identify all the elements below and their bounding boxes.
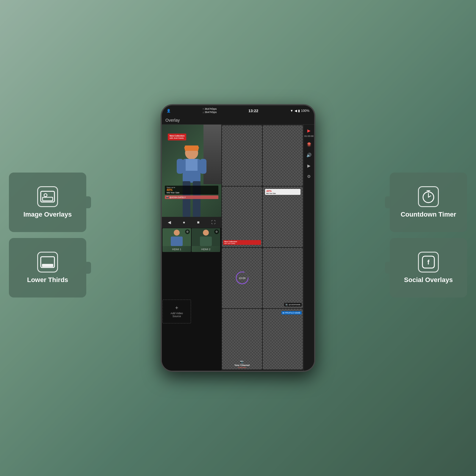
card-tab-left-countdown	[385, 196, 390, 208]
overlay-cell-2[interactable]	[263, 125, 303, 186]
thumb-hdmi1[interactable]: ⚙ HDMI 1	[162, 228, 191, 252]
username-overlay: 📷 @USERNAME	[284, 303, 302, 306]
fullscreen-button[interactable]: ⛶	[211, 220, 215, 225]
social-overlays-card[interactable]: f Social Overlays	[390, 238, 467, 298]
lower-thirds-card[interactable]: Lower Thirds	[9, 238, 86, 298]
svg-text:10:00: 10:00	[239, 277, 245, 280]
preview-banner: New Collection with Josh Gately	[168, 134, 186, 140]
svg-point-13	[203, 230, 209, 236]
image-overlays-card[interactable]: Image Overlays	[9, 173, 86, 232]
stop-button[interactable]: ■	[197, 220, 199, 225]
lower-thirds-svg	[40, 256, 55, 268]
overlay-cell-5[interactable]: 10:00	[222, 248, 262, 309]
battery-icon: ▮	[298, 109, 300, 113]
device-frame: 👤 ↑ 3647Kbps ↓ 3647Kbps 13:22 ▼ ◀ ▮ 100%…	[161, 104, 315, 372]
status-bar-right: ▼ ◀ ▮ 100%	[290, 109, 309, 113]
record-icon[interactable]: ▶	[305, 126, 313, 135]
overlay-label: Overlay	[165, 118, 180, 123]
app-content: New Collection with Josh Gately Save up …	[162, 125, 314, 371]
lower-third-overlay: New Collection with Josh Gately	[223, 240, 261, 245]
image-overlays-icon	[37, 186, 58, 207]
overlay-cell-6[interactable]: 📷 @USERNAME	[263, 248, 303, 309]
back-button[interactable]: ◀	[168, 220, 171, 225]
settings-icon[interactable]: ⚙	[305, 172, 313, 181]
card-tab-right-lower	[86, 262, 91, 274]
svg-marker-20	[307, 145, 311, 147]
signal-icon: ◀	[295, 109, 297, 113]
card-tab-right-image	[86, 196, 91, 208]
hdmi1-settings[interactable]: ⚙	[185, 229, 190, 234]
preview-panel: New Collection with Josh Gately Save up …	[162, 125, 221, 371]
right-sidebar: ▶ 01:00:00 🔊 ▶ ⚙	[303, 125, 314, 371]
upload-speed: ↑ 3647Kbps	[203, 107, 217, 111]
sale-tag-overlay: 40% Mid Year Sale	[265, 189, 300, 195]
svg-rect-30	[42, 264, 53, 267]
countdown-svg	[421, 189, 436, 204]
source-thumbnails: ⚙ HDMI 1 ⚙ HDMI 2	[162, 228, 221, 371]
overlay-grid: New Collection with Josh Gately 40% Mid …	[221, 125, 303, 371]
hdmi1-label: HDMI 1	[162, 248, 191, 251]
banner-line1: New Collection	[170, 134, 184, 137]
audio-icon[interactable]: 🔊	[305, 151, 313, 159]
add-source-label: Add VideoSource	[170, 312, 183, 318]
overlay-cell-4[interactable]: 40% Mid Year Sale	[263, 187, 303, 247]
status-bar: 👤 ↑ 3647Kbps ↓ 3647Kbps 13:22 ▼ ◀ ▮ 100%	[162, 105, 314, 116]
hdmi2-label: HDMI 2	[192, 248, 220, 251]
social-overlays-label: Social Overlays	[404, 276, 453, 284]
svg-rect-2	[185, 145, 198, 151]
download-speed: ↓ 3647Kbps	[203, 111, 217, 114]
overlay-cell-1[interactable]	[222, 125, 262, 186]
add-video-source[interactable]: + Add VideoSource	[162, 300, 191, 323]
record-button[interactable]: ●	[183, 220, 185, 225]
sale-banner: Save up to 40% Mid Year Sale	[165, 186, 218, 195]
banner-line2: with Josh Gately	[170, 137, 184, 140]
user-icon: 👤	[167, 109, 171, 113]
preview-bottom-overlays: Save up to 40% Mid Year Sale 📷 @JOSH.GAT…	[165, 186, 218, 199]
svg-point-10	[174, 230, 180, 236]
insta-handle: 📷 @JOSH.GATELY	[165, 195, 218, 199]
svg-rect-5	[200, 159, 206, 174]
battery-percent: 100%	[301, 109, 309, 112]
app-header: Overlay	[162, 116, 314, 125]
preview-image: New Collection with Josh Gately Save up …	[162, 125, 221, 217]
person-silhouette	[175, 143, 208, 217]
wifi-icon: ▼	[290, 109, 293, 112]
layers-svg	[306, 142, 312, 147]
channel-overlay: 📷 Your Channel Subscribe	[234, 360, 250, 368]
overlay-panel: New Collection with Josh Gately 40% Mid …	[221, 125, 303, 371]
status-bar-left: 👤	[167, 109, 171, 113]
record-time: 01:00:00	[304, 135, 314, 138]
thumb-hdmi2[interactable]: ⚙ HDMI 2	[192, 228, 220, 252]
image-overlays-svg	[40, 191, 55, 203]
linkedin-overlay: in PROFILE NAME	[281, 311, 302, 314]
hdmi2-settings[interactable]: ⚙	[214, 229, 219, 234]
svg-rect-11	[171, 237, 183, 246]
app-screen: Overlay	[162, 116, 314, 371]
social-svg: f	[422, 256, 435, 269]
add-icon: +	[175, 305, 178, 311]
playback-controls: ◀ ● ■ ⛶	[162, 217, 221, 228]
svg-rect-6	[186, 159, 198, 171]
svg-rect-14	[200, 237, 212, 246]
svg-text:f: f	[427, 259, 430, 266]
overlay-cell-7[interactable]: 📷 Your Channel Subscribe	[222, 309, 262, 369]
lower-thirds-icon	[37, 252, 58, 273]
countdown-label: Countdown Timer	[401, 211, 456, 218]
video-icon[interactable]: ▶	[305, 162, 313, 170]
card-tab-left-social	[385, 262, 390, 274]
timer-svg: 10:00	[235, 270, 250, 285]
countdown-icon	[418, 186, 439, 207]
overlay-cell-8[interactable]: in PROFILE NAME	[263, 309, 303, 369]
image-overlays-label: Image Overlays	[24, 211, 72, 218]
timer-overlay: 10:00	[235, 270, 250, 285]
overlay-cell-3[interactable]: New Collection with Josh Gately	[222, 187, 262, 247]
svg-point-23	[44, 194, 47, 197]
layers-icon[interactable]	[305, 140, 313, 148]
social-overlays-icon: f	[418, 252, 439, 273]
status-time: 13:22	[248, 109, 258, 113]
svg-rect-4	[177, 159, 183, 174]
main-preview: New Collection with Josh Gately Save up …	[162, 125, 221, 217]
lower-thirds-label: Lower Thirds	[27, 276, 68, 284]
countdown-timer-card[interactable]: Countdown Timer	[390, 173, 467, 232]
svg-rect-22	[43, 197, 53, 201]
